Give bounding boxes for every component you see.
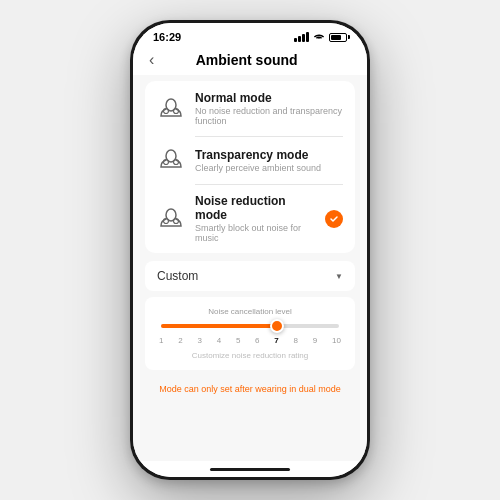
noise-reduction-mode-text: Noise reduction mode Smartly block out n… — [195, 194, 315, 243]
phone-screen: 16:29 — [133, 23, 367, 477]
slider-num-8: 8 — [294, 336, 298, 345]
slider-num-3: 3 — [197, 336, 201, 345]
custom-dropdown[interactable]: Custom ▼ — [145, 261, 355, 291]
noise-reduction-mode-card[interactable]: Noise reduction mode Smartly block out n… — [145, 184, 355, 253]
normal-mode-text: Normal mode No noise reduction and trans… — [195, 91, 343, 126]
slider-num-9: 9 — [313, 336, 317, 345]
status-icons — [294, 31, 347, 43]
slider-num-1: 1 — [159, 336, 163, 345]
wifi-icon — [313, 31, 325, 43]
slider-num-4: 4 — [217, 336, 221, 345]
slider-num-7: 7 — [274, 336, 278, 345]
slider-thumb[interactable] — [270, 319, 284, 333]
slider-num-6: 6 — [255, 336, 259, 345]
home-bar — [210, 468, 290, 471]
normal-mode-card[interactable]: Normal mode No noise reduction and trans… — [145, 81, 355, 136]
warning-section: Mode can only set after wearing in dual … — [145, 378, 355, 396]
slider-numbers: 1 2 3 4 5 6 7 8 9 10 — [157, 336, 343, 345]
slider-bottom-label: Customize noise reduction rating — [157, 351, 343, 360]
slider-track[interactable] — [161, 324, 339, 328]
page-title: Ambient sound — [162, 52, 331, 68]
transparency-mode-subtitle: Clearly perceive ambient sound — [195, 163, 343, 173]
home-indicator — [133, 461, 367, 477]
nav-bar: ‹ Ambient sound — [133, 47, 367, 75]
battery-icon — [329, 33, 347, 42]
normal-mode-title: Normal mode — [195, 91, 343, 105]
content-area: Normal mode No noise reduction and trans… — [133, 75, 367, 461]
normal-mode-subtitle: No noise reduction and transparency func… — [195, 106, 343, 126]
signal-icon — [294, 32, 309, 42]
slider-section: Noise cancellation level 1 2 3 4 5 6 7 8… — [145, 297, 355, 370]
transparency-mode-text: Transparency mode Clearly perceive ambie… — [195, 148, 343, 173]
dropdown-label: Custom — [157, 269, 198, 283]
back-button[interactable]: ‹ — [149, 51, 154, 69]
selected-check-icon — [325, 210, 343, 228]
transparency-mode-title: Transparency mode — [195, 148, 343, 162]
dropdown-arrow-icon: ▼ — [335, 272, 343, 281]
mode-cards-group: Normal mode No noise reduction and trans… — [145, 81, 355, 253]
warning-text: Mode can only set after wearing in dual … — [159, 384, 341, 394]
status-bar: 16:29 — [133, 23, 367, 47]
slider-num-2: 2 — [178, 336, 182, 345]
phone-frame: 16:29 — [130, 20, 370, 480]
noise-reduction-mode-title: Noise reduction mode — [195, 194, 315, 222]
slider-num-5: 5 — [236, 336, 240, 345]
slider-track-fill — [161, 324, 277, 328]
normal-mode-icon — [157, 95, 185, 123]
transparency-mode-icon — [157, 146, 185, 174]
status-time: 16:29 — [153, 31, 181, 43]
noise-reduction-mode-subtitle: Smartly block out noise for music — [195, 223, 315, 243]
slider-top-label: Noise cancellation level — [157, 307, 343, 316]
noise-reduction-mode-icon — [157, 205, 185, 233]
transparency-mode-card[interactable]: Transparency mode Clearly perceive ambie… — [145, 136, 355, 184]
slider-num-10: 10 — [332, 336, 341, 345]
